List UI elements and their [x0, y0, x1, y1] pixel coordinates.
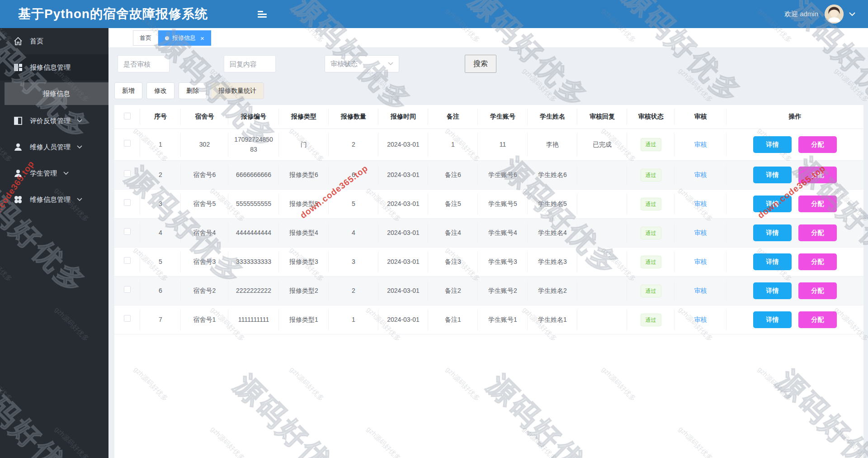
grid-icon	[14, 195, 23, 204]
close-icon[interactable]: ×	[200, 35, 204, 42]
tab-bar: 首页 报修信息 ×	[108, 28, 868, 48]
audit-link[interactable]: 审核	[694, 229, 707, 236]
row-checkbox[interactable]	[124, 228, 131, 235]
detail-button[interactable]: 详情	[753, 167, 792, 183]
assign-button[interactable]: 分配	[798, 167, 837, 183]
cell-student-account: 11	[478, 129, 528, 161]
col-repair-no: 报修编号	[228, 105, 279, 129]
toolbar: 新增 修改 删除 报修数量统计	[108, 80, 868, 99]
cell-seq: 6	[140, 277, 181, 305]
audit-link[interactable]: 审核	[694, 316, 707, 323]
sidebar-item-feedback-mgmt[interactable]: 评价反馈管理	[0, 108, 108, 134]
cell-student-account: 学生账号2	[478, 277, 528, 305]
cell-student-name: 学生姓名4	[528, 219, 577, 248]
assign-button[interactable]: 分配	[798, 311, 837, 328]
user-icon	[14, 143, 23, 152]
select-all-checkbox[interactable]	[124, 113, 131, 119]
assign-button[interactable]: 分配	[798, 282, 837, 299]
cell-student-name: 李艳	[528, 129, 577, 161]
row-checkbox[interactable]	[124, 199, 131, 206]
cell-student-name: 学生姓名2	[528, 277, 577, 305]
cell-student-name: 学生姓名6	[528, 161, 577, 190]
assign-button[interactable]: 分配	[798, 253, 837, 270]
cell-time: 2024-03-01	[378, 219, 428, 248]
sidebar-item-label: 学生管理	[30, 169, 57, 178]
main-content: 首页 报修信息 × 审核状态 搜索 新增 修改 删除 报修数量统计	[108, 28, 868, 458]
sidebar-item-repair-mgmt[interactable]: 报修信息管理	[0, 54, 108, 81]
row-checkbox[interactable]	[124, 140, 131, 147]
cell-student-name: 学生姓名1	[528, 305, 577, 334]
cell-ops: 详情分配	[726, 219, 863, 248]
detail-button[interactable]: 详情	[753, 253, 792, 270]
cell-repair-no c-repair-no: 3333333333	[228, 248, 279, 277]
assign-button[interactable]: 分配	[798, 136, 837, 153]
row-checkbox[interactable]	[124, 286, 131, 293]
cell-audit-status: 通过	[627, 248, 675, 277]
stats-button[interactable]: 报修数量统计	[211, 82, 264, 99]
status-select[interactable]: 审核状态	[325, 55, 399, 72]
sidebar-item-home[interactable]: 首页	[0, 28, 108, 54]
chevron-down-icon[interactable]	[849, 12, 855, 16]
repair-table: 序号 宿舍号 报修编号 报修类型 报修数量 报修时间 备注 学生账号 学生姓名 …	[114, 105, 863, 458]
cell-audit: 审核	[675, 277, 726, 305]
audit-link[interactable]: 审核	[694, 287, 707, 294]
sidebar-subitem-repair-info[interactable]: 报修信息	[5, 82, 108, 105]
row-checkbox[interactable]	[124, 170, 131, 177]
cell-audit-reply	[577, 161, 627, 190]
detail-button[interactable]: 详情	[753, 196, 792, 212]
cell-remark: 备注5	[428, 190, 478, 219]
cell-qty: 2	[329, 277, 378, 305]
sidebar-item-student-mgmt[interactable]: 学生管理	[0, 160, 108, 186]
audit-link[interactable]: 审核	[694, 171, 707, 178]
component-icon	[14, 116, 23, 125]
reply-filter-input[interactable]	[224, 55, 276, 72]
welcome-text: 欢迎 admin	[784, 10, 818, 19]
sidebar-item-worker-mgmt[interactable]: 维修人员管理	[0, 134, 108, 160]
cell-remark: 备注4	[428, 219, 478, 248]
sidebar-subitem-label: 报修信息	[43, 90, 70, 98]
row-checkbox-cell	[114, 161, 140, 190]
col-audit-status: 审核状态	[627, 105, 675, 129]
cell-student-account: 学生账号1	[478, 305, 528, 334]
assign-button[interactable]: 分配	[798, 196, 837, 212]
collapse-sidebar-icon[interactable]	[258, 10, 268, 19]
audit-link[interactable]: 审核	[694, 200, 707, 207]
cell-repair-no c-repair-no: 1709272485083	[228, 129, 279, 161]
edit-button[interactable]: 修改	[146, 82, 175, 99]
add-button[interactable]: 新增	[114, 82, 142, 99]
assign-button[interactable]: 分配	[798, 224, 837, 241]
row-checkbox[interactable]	[124, 315, 131, 322]
detail-button[interactable]: 详情	[753, 136, 792, 153]
cell-time: 2024-03-01	[378, 190, 428, 219]
cell-type: 门	[279, 129, 329, 161]
row-checkbox[interactable]	[124, 257, 131, 264]
status-badge: 通过	[641, 198, 661, 211]
sidebar-item-maintenance-mgmt[interactable]: 维修信息管理	[0, 186, 108, 213]
cell-repair-no c-repair-no: 6666666666	[228, 161, 279, 190]
table-row: 5宿舍号33333333333报修类型332024-03-01备注3学生账号3学…	[114, 248, 863, 277]
audit-link[interactable]: 审核	[694, 141, 707, 148]
status-select-value: 审核状态	[330, 60, 358, 68]
tab-home[interactable]: 首页	[133, 30, 158, 46]
detail-button[interactable]: 详情	[753, 311, 792, 328]
cell-student-account: 学生账号6	[478, 161, 528, 190]
cell-seq: 1	[140, 129, 181, 161]
audit-filter-input[interactable]	[118, 55, 170, 72]
tab-repair-info[interactable]: 报修信息 ×	[158, 30, 211, 46]
detail-button[interactable]: 详情	[753, 224, 792, 241]
cell-audit-status: 通过	[627, 129, 675, 161]
avatar[interactable]	[825, 5, 844, 24]
col-ops: 操作	[726, 105, 863, 129]
delete-button[interactable]: 删除	[179, 82, 207, 99]
table-row: 13021709272485083门22024-03-01111李艳已完成通过审…	[114, 129, 863, 161]
detail-button[interactable]: 详情	[753, 282, 792, 299]
app-header: 基于Python的宿舍故障报修系统 欢迎 admin	[0, 0, 868, 28]
audit-link[interactable]: 审核	[694, 258, 707, 265]
cell-qty: 4	[329, 219, 378, 248]
col-student-account: 学生账号	[478, 105, 528, 129]
status-badge: 通过	[641, 169, 661, 182]
cell-student-account: 学生账号4	[478, 219, 528, 248]
search-button[interactable]: 搜索	[465, 55, 496, 73]
table-body: 13021709272485083门22024-03-01111李艳已完成通过审…	[114, 129, 863, 334]
cell-dorm: 宿舍号3	[181, 248, 228, 277]
